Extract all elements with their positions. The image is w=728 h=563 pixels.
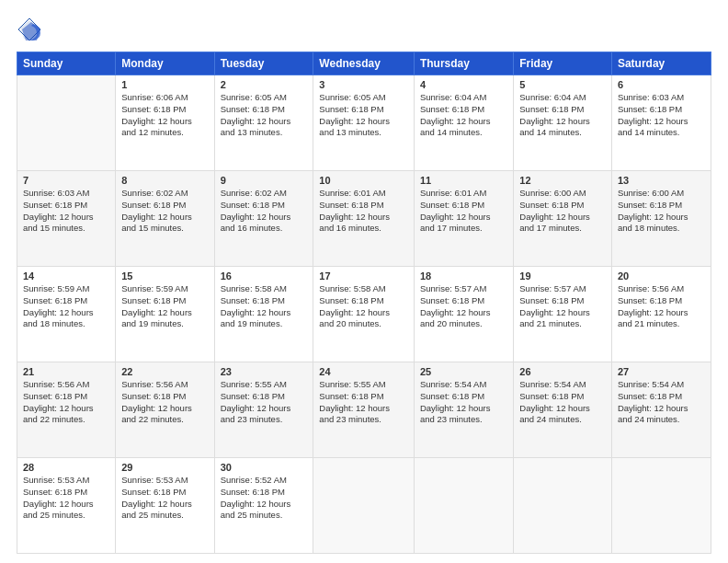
cell-info: Sunrise: 6:03 AM Sunset: 6:18 PM Dayligh… [618,92,705,139]
day-header-row: SundayMondayTuesdayWednesdayThursdayFrid… [17,52,711,75]
date-cell: 2Sunrise: 6:05 AM Sunset: 6:18 PM Daylig… [214,75,313,171]
date-number: 20 [618,270,705,282]
date-cell [514,458,612,554]
date-cell: 15Sunrise: 5:59 AM Sunset: 6:18 PM Dayli… [116,267,214,362]
cell-info: Sunrise: 5:57 AM Sunset: 6:18 PM Dayligh… [519,283,606,330]
cell-info: Sunrise: 5:54 AM Sunset: 6:18 PM Dayligh… [618,379,705,426]
date-number: 4 [420,79,507,90]
date-number: 25 [420,366,507,377]
date-cell: 19Sunrise: 5:57 AM Sunset: 6:18 PM Dayli… [514,267,612,362]
cell-info: Sunrise: 6:05 AM Sunset: 6:18 PM Dayligh… [221,92,308,139]
date-cell: 22Sunrise: 5:56 AM Sunset: 6:18 PM Dayli… [116,362,214,458]
cell-info: Sunrise: 5:54 AM Sunset: 6:18 PM Dayligh… [420,379,507,426]
cell-info: Sunrise: 5:56 AM Sunset: 6:18 PM Dayligh… [618,283,705,330]
date-number: 5 [519,79,606,90]
date-number: 26 [519,366,606,377]
cell-info: Sunrise: 6:05 AM Sunset: 6:18 PM Dayligh… [319,92,408,139]
date-number: 22 [121,366,208,377]
date-cell: 20Sunrise: 5:56 AM Sunset: 6:18 PM Dayli… [611,267,711,362]
date-cell: 25Sunrise: 5:54 AM Sunset: 6:18 PM Dayli… [414,362,513,458]
date-cell: 3Sunrise: 6:05 AM Sunset: 6:18 PM Daylig… [313,75,415,171]
date-number: 19 [519,270,606,282]
date-number: 21 [23,366,109,377]
date-cell: 9Sunrise: 6:02 AM Sunset: 6:18 PM Daylig… [214,171,313,267]
cell-info: Sunrise: 6:06 AM Sunset: 6:18 PM Dayligh… [121,92,208,139]
logo-icon [17,17,42,42]
cell-info: Sunrise: 5:57 AM Sunset: 6:18 PM Dayligh… [420,283,507,330]
date-cell [17,75,116,171]
date-cell: 13Sunrise: 6:00 AM Sunset: 6:18 PM Dayli… [611,171,711,267]
cell-info: Sunrise: 5:56 AM Sunset: 6:18 PM Dayligh… [23,379,109,426]
date-cell: 5Sunrise: 6:04 AM Sunset: 6:18 PM Daylig… [514,75,612,171]
week-row-2: 7Sunrise: 6:03 AM Sunset: 6:18 PM Daylig… [17,171,711,267]
date-cell: 4Sunrise: 6:04 AM Sunset: 6:18 PM Daylig… [414,75,513,171]
cell-info: Sunrise: 5:54 AM Sunset: 6:18 PM Dayligh… [519,379,606,426]
cell-info: Sunrise: 6:04 AM Sunset: 6:18 PM Dayligh… [519,92,606,139]
cell-info: Sunrise: 5:58 AM Sunset: 6:18 PM Dayligh… [221,283,308,330]
date-number: 24 [319,366,408,377]
date-number: 1 [121,79,208,90]
date-number: 8 [121,175,208,186]
date-number: 30 [221,462,308,473]
date-cell: 7Sunrise: 6:03 AM Sunset: 6:18 PM Daylig… [17,171,116,267]
date-number: 3 [319,79,408,90]
header [17,17,711,42]
date-cell: 21Sunrise: 5:56 AM Sunset: 6:18 PM Dayli… [17,362,116,458]
date-number: 2 [221,79,308,90]
date-number: 10 [319,175,408,186]
cell-info: Sunrise: 6:00 AM Sunset: 6:18 PM Dayligh… [618,188,705,235]
page: SundayMondayTuesdayWednesdayThursdayFrid… [0,0,728,563]
date-cell: 30Sunrise: 5:52 AM Sunset: 6:18 PM Dayli… [214,458,313,554]
cell-info: Sunrise: 5:55 AM Sunset: 6:18 PM Dayligh… [221,379,308,426]
date-number: 6 [618,79,705,90]
day-header-saturday: Saturday [611,52,711,75]
cell-info: Sunrise: 5:59 AM Sunset: 6:18 PM Dayligh… [23,283,109,330]
cell-info: Sunrise: 6:00 AM Sunset: 6:18 PM Dayligh… [519,188,606,235]
date-cell: 24Sunrise: 5:55 AM Sunset: 6:18 PM Dayli… [313,362,415,458]
week-row-1: 1Sunrise: 6:06 AM Sunset: 6:18 PM Daylig… [17,75,711,171]
cell-info: Sunrise: 5:55 AM Sunset: 6:18 PM Dayligh… [319,379,408,426]
cell-info: Sunrise: 6:02 AM Sunset: 6:18 PM Dayligh… [221,188,308,235]
week-row-5: 28Sunrise: 5:53 AM Sunset: 6:18 PM Dayli… [17,458,711,554]
day-header-tuesday: Tuesday [214,52,313,75]
day-header-thursday: Thursday [414,52,513,75]
date-number: 17 [319,270,408,282]
date-cell: 23Sunrise: 5:55 AM Sunset: 6:18 PM Dayli… [214,362,313,458]
date-cell: 10Sunrise: 6:01 AM Sunset: 6:18 PM Dayli… [313,171,415,267]
day-header-sunday: Sunday [17,52,116,75]
cell-info: Sunrise: 6:01 AM Sunset: 6:18 PM Dayligh… [420,188,507,235]
cell-info: Sunrise: 5:59 AM Sunset: 6:18 PM Dayligh… [121,283,208,330]
date-cell [611,458,711,554]
logo [17,17,46,42]
day-header-monday: Monday [116,52,214,75]
day-header-wednesday: Wednesday [313,52,415,75]
day-header-friday: Friday [514,52,612,75]
date-number: 16 [221,270,308,282]
date-cell: 1Sunrise: 6:06 AM Sunset: 6:18 PM Daylig… [116,75,214,171]
date-number: 13 [618,175,705,186]
date-number: 28 [23,462,109,473]
date-cell [313,458,415,554]
date-number: 18 [420,270,507,282]
cell-info: Sunrise: 6:04 AM Sunset: 6:18 PM Dayligh… [420,92,507,139]
date-number: 7 [23,175,109,186]
week-row-3: 14Sunrise: 5:59 AM Sunset: 6:18 PM Dayli… [17,267,711,362]
date-cell: 18Sunrise: 5:57 AM Sunset: 6:18 PM Dayli… [414,267,513,362]
cell-info: Sunrise: 5:53 AM Sunset: 6:18 PM Dayligh… [23,475,109,522]
date-number: 29 [121,462,208,473]
week-row-4: 21Sunrise: 5:56 AM Sunset: 6:18 PM Dayli… [17,362,711,458]
date-cell: 16Sunrise: 5:58 AM Sunset: 6:18 PM Dayli… [214,267,313,362]
date-number: 15 [121,270,208,282]
cell-info: Sunrise: 5:58 AM Sunset: 6:18 PM Dayligh… [319,283,408,330]
date-cell: 29Sunrise: 5:53 AM Sunset: 6:18 PM Dayli… [116,458,214,554]
date-number: 12 [519,175,606,186]
date-number: 14 [23,270,109,282]
cell-info: Sunrise: 5:53 AM Sunset: 6:18 PM Dayligh… [121,475,208,522]
date-cell: 14Sunrise: 5:59 AM Sunset: 6:18 PM Dayli… [17,267,116,362]
date-number: 9 [221,175,308,186]
date-number: 11 [420,175,507,186]
date-cell: 6Sunrise: 6:03 AM Sunset: 6:18 PM Daylig… [611,75,711,171]
cell-info: Sunrise: 5:56 AM Sunset: 6:18 PM Dayligh… [121,379,208,426]
date-cell [414,458,513,554]
date-number: 23 [221,366,308,377]
